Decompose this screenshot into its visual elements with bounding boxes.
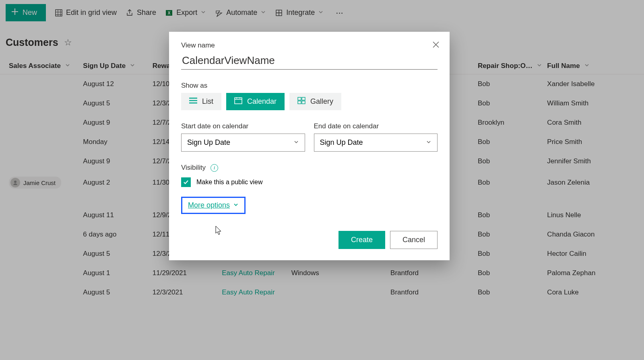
show-as-list[interactable]: List [181, 93, 221, 110]
show-as-calendar[interactable]: Calendar [226, 93, 285, 110]
chevron-down-icon [293, 138, 299, 147]
create-button[interactable]: Create [339, 231, 385, 249]
cancel-button[interactable]: Cancel [390, 231, 438, 249]
end-date-label: End date on calendar [314, 122, 438, 130]
checkbox-checked-icon [181, 177, 191, 187]
close-icon [432, 41, 440, 48]
svg-rect-8 [298, 101, 301, 104]
show-as-gallery[interactable]: Gallery [289, 93, 341, 110]
calendar-icon [234, 97, 242, 106]
start-date-select[interactable]: Sign Up Date [181, 134, 305, 152]
svg-rect-7 [302, 97, 305, 100]
svg-rect-6 [298, 97, 301, 100]
visibility-label: Visibility [181, 164, 206, 172]
public-view-label: Make this a public view [196, 179, 263, 186]
end-date-select[interactable]: Sign Up Date [314, 134, 438, 152]
list-icon [189, 97, 197, 106]
more-options-toggle[interactable]: More options [181, 197, 246, 214]
gallery-icon [297, 97, 305, 106]
info-icon[interactable]: i [211, 164, 218, 172]
svg-rect-9 [302, 101, 305, 104]
close-button[interactable] [430, 39, 442, 50]
view-name-label: View name [181, 41, 438, 49]
view-name-input[interactable] [181, 53, 438, 70]
chevron-down-icon [233, 201, 239, 210]
create-view-dialog: View name Show as List Calendar Gallery … [169, 32, 450, 260]
chevron-down-icon [426, 138, 431, 147]
start-date-label: Start date on calendar [181, 122, 305, 130]
svg-rect-5 [235, 98, 242, 104]
show-as-label: Show as [181, 82, 438, 90]
public-view-checkbox-row[interactable]: Make this a public view [181, 177, 438, 187]
